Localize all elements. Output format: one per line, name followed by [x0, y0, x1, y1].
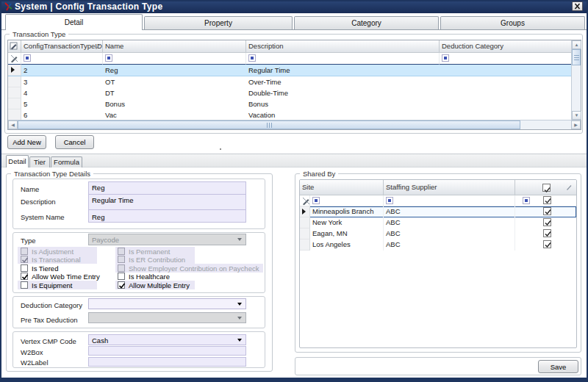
- cell-deduction[interactable]: [440, 65, 571, 76]
- cell-description[interactable]: Regular Time: [246, 65, 440, 76]
- close-button[interactable]: [572, 1, 583, 11]
- save-button[interactable]: Save: [538, 360, 578, 373]
- column-header-site[interactable]: Site: [300, 180, 384, 195]
- vertex-dropdown[interactable]: Cash: [88, 334, 246, 345]
- cell-description[interactable]: Over-Time: [246, 76, 440, 87]
- cell-supplier[interactable]: ABC: [384, 217, 515, 228]
- column-header-shared-checkbox[interactable]: [515, 180, 576, 195]
- cancel-button[interactable]: Cancel: [55, 135, 94, 149]
- description-field[interactable]: Regular Time: [88, 194, 246, 210]
- filter-cell-checkbox[interactable]: [515, 195, 576, 206]
- checkbox-allow-multiple-entry[interactable]: [118, 281, 125, 289]
- cell-name[interactable]: Reg: [103, 65, 246, 76]
- table-row[interactable]: 3 OT Over-Time: [8, 76, 571, 87]
- filter-cell-site[interactable]: [310, 195, 384, 206]
- cell-name[interactable]: Vac: [103, 109, 246, 120]
- horizontal-scroll-thumb[interactable]: [18, 120, 520, 129]
- name-field[interactable]: Reg: [88, 181, 246, 195]
- w2label-field[interactable]: [88, 357, 246, 367]
- vertical-scroll-thumb[interactable]: [572, 49, 581, 65]
- row-checkbox[interactable]: [543, 218, 551, 226]
- filter-cell-name[interactable]: [103, 53, 246, 65]
- table-row[interactable]: 4 DT Double-Time: [8, 87, 571, 98]
- filter-icon[interactable]: [523, 197, 530, 204]
- table-row[interactable]: 2 Reg Regular Time: [8, 65, 571, 76]
- subtab-detail[interactable]: Detail: [6, 155, 29, 167]
- checkbox-is-tiered[interactable]: [21, 264, 28, 272]
- filter-cell-description[interactable]: [246, 53, 440, 65]
- cell-supplier[interactable]: ABC: [384, 239, 515, 251]
- cell-description[interactable]: Bonus: [246, 98, 440, 109]
- cell-shared[interactable]: [515, 206, 576, 217]
- cell-id[interactable]: 2: [21, 65, 103, 76]
- column-header-deduction-category[interactable]: Deduction Category: [440, 40, 571, 53]
- filter-checkbox[interactable]: [543, 196, 551, 204]
- cell-supplier[interactable]: ABC: [384, 206, 515, 217]
- filter-icon[interactable]: [386, 197, 393, 204]
- filter-edit-cell[interactable]: [8, 53, 21, 65]
- column-header-name[interactable]: Name: [103, 40, 246, 53]
- header-checkbox[interactable]: [542, 184, 551, 192]
- column-header-description[interactable]: Description: [246, 40, 440, 53]
- cell-shared[interactable]: [515, 228, 576, 239]
- column-header-id[interactable]: ConfigTransactionTypeID: [21, 40, 103, 53]
- subtab-formula[interactable]: Formula: [51, 156, 82, 167]
- column-header-staffing-supplier[interactable]: Staffing Supplier: [384, 180, 515, 195]
- tab-groups[interactable]: Groups: [440, 16, 585, 29]
- cell-id[interactable]: 5: [21, 98, 103, 109]
- cell-deduction[interactable]: [440, 87, 571, 98]
- table-row[interactable]: 6 Vac Vacation: [8, 109, 571, 120]
- row-checkbox[interactable]: [543, 229, 551, 237]
- cell-deduction[interactable]: [440, 76, 571, 87]
- cell-site[interactable]: Minneapolis Branch: [310, 206, 384, 217]
- cell-description[interactable]: Double-Time: [246, 87, 440, 98]
- cell-site[interactable]: Eagan, MN: [310, 228, 384, 239]
- filter-icon[interactable]: [312, 197, 320, 204]
- filter-icon[interactable]: [24, 54, 31, 62]
- shared-row[interactable]: Los Angeles ABC: [300, 239, 576, 251]
- scroll-right-button[interactable]: ▶: [571, 120, 581, 129]
- scroll-down-button[interactable]: ▼: [572, 111, 581, 120]
- cell-id[interactable]: 3: [21, 76, 103, 87]
- vertical-scrollbar[interactable]: ▲ ▼: [571, 40, 581, 120]
- cell-site[interactable]: New York: [310, 217, 384, 228]
- deduction-category-dropdown[interactable]: [88, 298, 246, 309]
- cell-id[interactable]: 6: [21, 109, 103, 120]
- row-checkbox[interactable]: [543, 240, 551, 248]
- cell-name[interactable]: Bonus: [103, 98, 246, 109]
- system-name-field[interactable]: Reg: [88, 209, 246, 223]
- horizontal-scrollbar[interactable]: ◀ ▶: [8, 120, 581, 129]
- tab-detail[interactable]: Detail: [5, 14, 143, 30]
- cell-site[interactable]: Los Angeles: [310, 239, 384, 251]
- checkbox-is-healthcare[interactable]: [118, 273, 125, 280]
- w2box-field[interactable]: [88, 346, 246, 356]
- cell-id[interactable]: 4: [21, 87, 103, 98]
- filter-icon[interactable]: [105, 54, 112, 62]
- filter-cell-id[interactable]: [21, 53, 103, 65]
- tab-category[interactable]: Category: [294, 16, 439, 29]
- shared-row[interactable]: Minneapolis Branch ABC: [300, 206, 576, 217]
- filter-icon[interactable]: [248, 54, 256, 62]
- tab-property[interactable]: Property: [144, 16, 293, 29]
- filter-icon[interactable]: [442, 54, 449, 62]
- filter-cell-supplier[interactable]: [384, 195, 515, 206]
- cell-supplier[interactable]: ABC: [384, 228, 515, 239]
- cell-name[interactable]: OT: [103, 76, 246, 87]
- checkbox-is-equipment[interactable]: [21, 281, 28, 289]
- subtab-tier[interactable]: Tier: [29, 156, 50, 167]
- add-new-button[interactable]: Add New: [7, 135, 46, 149]
- shared-row[interactable]: New York ABC: [300, 217, 576, 228]
- grid-corner-cell[interactable]: [8, 40, 21, 53]
- cell-description[interactable]: Vacation: [246, 109, 440, 120]
- cell-shared[interactable]: [515, 239, 576, 251]
- cell-shared[interactable]: [515, 217, 576, 228]
- scroll-up-button[interactable]: ▲: [572, 40, 581, 49]
- table-row[interactable]: 5 Bonus Bonus: [8, 98, 571, 109]
- cell-deduction[interactable]: [440, 109, 571, 120]
- filter-edit-cell[interactable]: [300, 195, 310, 206]
- cell-name[interactable]: DT: [103, 87, 246, 98]
- shared-row[interactable]: Eagan, MN ABC: [300, 228, 576, 239]
- checkbox-allow-web-time-entry[interactable]: [21, 273, 28, 280]
- cell-deduction[interactable]: [440, 98, 571, 109]
- scroll-left-button[interactable]: ◀: [8, 120, 18, 129]
